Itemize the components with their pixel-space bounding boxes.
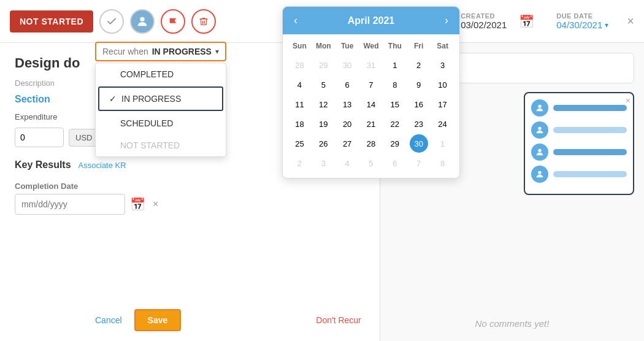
dropdown-item-in-progress[interactable]: ✓ IN PROGRESS (98, 86, 223, 111)
day-label-fri: Fri (407, 39, 431, 53)
calendar-day[interactable]: 23 (410, 115, 428, 133)
calendar-day[interactable]: 6 (338, 75, 356, 94)
calendar-day[interactable]: 31 (362, 56, 380, 74)
assignee-row (531, 121, 627, 139)
calendar-day[interactable]: 1 (386, 56, 404, 74)
completion-date-label: Completion Date (15, 182, 78, 191)
calendar-day[interactable]: 1 (434, 134, 452, 153)
dropdown-item-not-started[interactable]: NOT STARTED (96, 134, 226, 156)
calendar-day[interactable]: 28 (290, 56, 309, 74)
assignee-avatar (531, 121, 548, 139)
section-label: Section (15, 94, 50, 104)
calendar-day[interactable]: 7 (362, 75, 380, 94)
calendar-day[interactable]: 10 (434, 75, 452, 94)
calendar-day[interactable]: 15 (386, 95, 404, 113)
due-date-section[interactable]: DUE DATE 04/30/2021 ▾ (556, 12, 608, 30)
dropdown-item-label: COMPLETED (120, 69, 174, 79)
assignee-name-line (553, 149, 627, 155)
not-started-button[interactable]: NOT STARTED (10, 10, 93, 33)
dropdown-item-label: IN PROGRESS (121, 94, 181, 104)
day-label-mon: Mon (312, 39, 335, 53)
no-comments-text: No comments yet! (380, 318, 644, 329)
assignees-box: × (524, 92, 634, 195)
calendar-day[interactable]: 3 (314, 154, 332, 172)
calendar-day[interactable]: 9 (410, 75, 428, 94)
expenditure-input[interactable] (15, 128, 64, 147)
svg-point-4 (538, 171, 541, 174)
calendar-day[interactable]: 17 (434, 95, 452, 113)
calendar-day[interactable]: 5 (362, 154, 380, 172)
calendar-day[interactable]: 8 (434, 154, 452, 172)
calendar-day[interactable]: 29 (314, 56, 332, 74)
svg-point-0 (140, 17, 144, 21)
trash-button[interactable] (191, 9, 216, 34)
due-date-label: DUE DATE (556, 12, 592, 20)
completion-calendar-icon[interactable]: 📅 (130, 197, 145, 212)
calendar-day[interactable]: 6 (386, 154, 404, 172)
associate-kr-link[interactable]: Associate KR (79, 161, 126, 170)
calendar-day[interactable]: 28 (362, 134, 380, 153)
assignee-row (531, 144, 627, 161)
recur-trigger[interactable]: Recur when IN PROGRESS ▾ (95, 42, 226, 61)
created-label: CREATED (461, 12, 495, 20)
calendar-day[interactable]: 30 (338, 56, 356, 74)
assignee-row (531, 99, 627, 117)
assignee-avatar (531, 99, 548, 117)
calendar-days: 2829303112345678910111213141516171819202… (288, 55, 454, 173)
dropdown-item-completed[interactable]: COMPLETED (96, 63, 226, 85)
calendar-day[interactable]: 27 (338, 134, 356, 153)
calendar-day[interactable]: 3 (434, 56, 452, 74)
avatar-button[interactable] (130, 9, 155, 34)
calendar-next-button[interactable]: › (441, 14, 452, 27)
calendar-day[interactable]: 29 (386, 134, 404, 153)
calendar-day[interactable]: 24 (434, 115, 452, 133)
calendar-day[interactable]: 2 (410, 56, 428, 74)
day-label-tue: Tue (335, 39, 359, 53)
calendar-icon: 📅 (519, 14, 534, 29)
recur-value: IN PROGRESS (152, 47, 212, 56)
calendar-day[interactable]: 16 (410, 95, 428, 113)
calendar-day[interactable]: 21 (362, 115, 380, 133)
completion-input-row: 📅 × (15, 194, 365, 215)
dropdown-item-scheduled[interactable]: SCHEDULED (96, 112, 226, 134)
calendar-day[interactable]: 25 (290, 134, 309, 153)
calendar-day[interactable]: 19 (314, 115, 332, 133)
cancel-button[interactable]: Cancel (95, 315, 122, 325)
dont-recur-button[interactable]: Don't Recur (316, 315, 361, 325)
page-title: Design do (15, 55, 80, 71)
completion-close-button[interactable]: × (153, 199, 158, 210)
recur-label: Recur when (102, 47, 148, 56)
check-button[interactable] (99, 9, 124, 34)
key-results-label: Key Results (15, 159, 71, 170)
flag-button[interactable] (161, 9, 185, 34)
calendar-day[interactable]: 5 (314, 75, 332, 94)
calendar-prev-button[interactable]: ‹ (290, 14, 301, 27)
calendar-day[interactable]: 4 (290, 75, 309, 94)
calendar-day[interactable]: 20 (338, 115, 356, 133)
calendar-header: ‹ April 2021 › (283, 7, 459, 34)
svg-point-1 (538, 105, 541, 108)
calendar-day[interactable]: 18 (290, 115, 309, 133)
calendar-popup: ‹ April 2021 › Sun Mon Tue Wed Thu Fri S… (282, 6, 460, 178)
assignee-name-line (553, 127, 627, 133)
close-button[interactable]: × (627, 14, 634, 28)
calendar-day[interactable]: 2 (290, 154, 309, 172)
calendar-day[interactable]: 8 (386, 75, 404, 94)
calendar-day[interactable]: 26 (314, 134, 332, 153)
calendar-day[interactable]: 7 (410, 154, 428, 172)
calendar-day[interactable]: 30 (410, 134, 428, 153)
save-button[interactable]: Save (134, 309, 182, 331)
calendar-day[interactable]: 11 (290, 95, 309, 113)
calendar-day[interactable]: 4 (338, 154, 356, 172)
due-date-value[interactable]: 04/30/2021 ▾ (556, 20, 608, 30)
calendar-day[interactable]: 13 (338, 95, 356, 113)
calendar-day-headers: Sun Mon Tue Wed Thu Fri Sat (288, 39, 454, 53)
completion-date-input[interactable] (15, 194, 125, 215)
calendar-day[interactable]: 22 (386, 115, 404, 133)
assignees-close-button[interactable]: × (626, 96, 631, 105)
recur-dropdown-overlay: Recur when IN PROGRESS ▾ COMPLETED ✓ IN … (95, 42, 226, 157)
dropdown-item-label: NOT STARTED (120, 140, 180, 150)
calendar-day[interactable]: 14 (362, 95, 380, 113)
assignee-name-line (553, 171, 627, 177)
calendar-day[interactable]: 12 (314, 95, 332, 113)
